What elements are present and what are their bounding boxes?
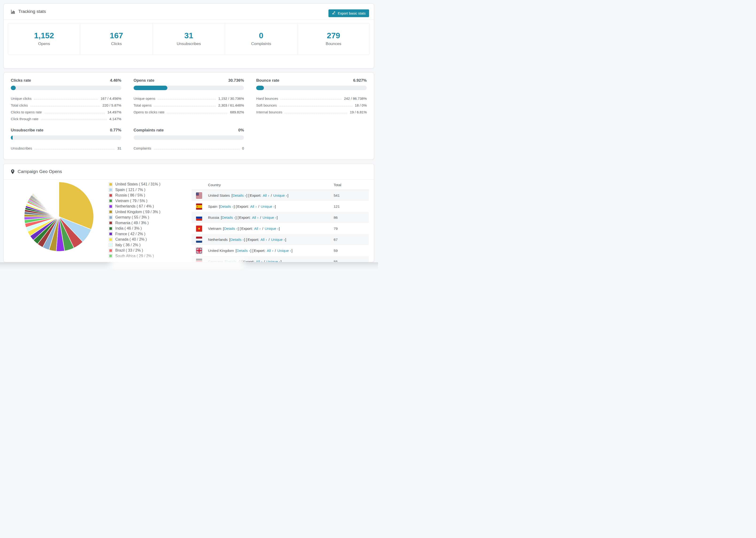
rate-head: Complaints rate0% [134, 128, 244, 133]
chevron-right-icon: › [245, 193, 246, 198]
legend-swatch [109, 215, 113, 219]
chevron-right-icon: › [268, 193, 269, 198]
rate-row-label: Opens to clicks rate [134, 110, 165, 114]
stat-value: 0 [259, 31, 263, 39]
legend-swatch [109, 210, 113, 214]
bracket: ] [291, 248, 292, 253]
dotted-leader [167, 113, 228, 113]
slash-separator: / [271, 193, 272, 198]
rate-progress-fill [134, 86, 168, 90]
chevron-right-icon: › [249, 248, 250, 253]
stat-cell: 0Complaints [225, 23, 297, 54]
details-link[interactable]: Details [233, 193, 243, 198]
summary-stats-box: 1,152Opens167Clicks31Unsubscribes0Compla… [8, 23, 370, 55]
chevron-right-icon: › [259, 227, 261, 231]
export-all-link[interactable]: All [267, 248, 271, 253]
legend-swatch [109, 188, 113, 192]
dotted-leader [30, 106, 100, 106]
total-cell: 55 [334, 260, 369, 262]
total-column-header: Total [334, 183, 369, 187]
bracket: ] [285, 238, 286, 242]
export-unique-link[interactable]: Unique [265, 227, 276, 231]
rate-row: Soft bounces18 / 0% [256, 100, 367, 107]
export-all-link[interactable]: All [261, 238, 265, 242]
chevron-right-icon: › [261, 260, 262, 262]
export-all-link[interactable]: All [256, 260, 260, 262]
chevron-right-icon: › [286, 193, 287, 198]
country-cell: United States[Details›] [Export:All›/Uni… [191, 192, 334, 198]
legend-item: Romania ( 49 / 3% ) [109, 221, 160, 225]
stat-label: Opens [38, 41, 50, 46]
rate-row-value: 19 / 6.81% [350, 110, 367, 114]
bracket: [ [239, 227, 241, 231]
rate-progress-track [256, 86, 367, 90]
details-link[interactable]: Details [220, 204, 231, 209]
export-all-link[interactable]: All [250, 204, 254, 209]
chevron-right-icon: › [257, 215, 258, 220]
rate-panel-clicks-rate: Clicks rate4.46%Unique clicks167 / 4.456… [11, 78, 121, 121]
details-link[interactable]: Details [230, 238, 242, 242]
details-link[interactable]: Details [222, 215, 233, 220]
tracking-stats-header: Tracking stats Export basic stats [4, 4, 374, 20]
rate-panel-opens-rate: Opens rate30.736%Unique opens1,152 / 30.… [134, 78, 244, 121]
total-cell: 79 [334, 227, 369, 231]
stat-cell: 1,152Opens [8, 23, 80, 54]
export-unique-link[interactable]: Unique [277, 248, 289, 253]
flag-us-icon [196, 192, 202, 198]
rate-row-value: 242 / 86.738% [344, 96, 367, 100]
rate-row: Unsubscribes31 [11, 143, 121, 150]
details-link[interactable]: Details [224, 227, 235, 231]
rate-value: 30.736% [228, 78, 244, 83]
rate-row-value: 4.147% [109, 117, 121, 121]
export-all-link[interactable]: All [252, 215, 256, 220]
rate-row-value: 689.82% [230, 110, 244, 114]
stat-value: 279 [327, 31, 340, 39]
export-unique-link[interactable]: Unique [261, 204, 272, 209]
table-row: United Kingdom[Details›] [Export:All›/Un… [191, 245, 369, 256]
legend-label: India ( 46 / 3% ) [115, 226, 142, 231]
chevron-right-icon: › [290, 248, 291, 253]
geo-header: Campaign Geo Opens [4, 164, 374, 180]
export-all-link[interactable]: All [263, 193, 267, 198]
legend-label: United Kingdom ( 59 / 3% ) [115, 210, 160, 214]
flag-es-icon [196, 203, 202, 210]
country-cell: Vietnam[Details›] [Export:All›/Unique›] [191, 226, 334, 232]
legend-item: United States ( 541 / 31% ) [109, 182, 160, 187]
stat-label: Bounces [326, 41, 341, 46]
dotted-leader [285, 113, 348, 113]
details-link[interactable]: Details [237, 248, 248, 253]
table-row: Netherlands[Details›] [Export:All›/Uniqu… [191, 234, 369, 245]
chevron-right-icon: › [284, 238, 285, 242]
slash-separator: / [262, 227, 263, 231]
geo-table-body: United States[Details›] [Export:All›/Uni… [191, 190, 369, 262]
rate-value: 0.77% [110, 128, 121, 133]
bracket: [ [237, 215, 239, 220]
export-basic-stats-button[interactable]: Export basic stats [328, 9, 369, 17]
geo-pie-chart [24, 182, 94, 252]
slash-separator: / [264, 260, 265, 262]
country-name: Spain [208, 204, 217, 209]
rate-panel-complaints-rate: Complaints rate0%Complaints0 [134, 128, 244, 150]
dotted-leader [34, 149, 115, 149]
chevron-right-icon: › [275, 215, 276, 220]
export-unique-link[interactable]: Unique [273, 193, 285, 198]
country-name: United Kingdom [208, 248, 234, 253]
rates-grid: Clicks rate4.46%Unique clicks167 / 4.456… [4, 73, 374, 156]
export-unique-link[interactable]: Unique [271, 238, 283, 242]
legend-label: Netherlands ( 67 / 4% ) [115, 204, 154, 208]
rate-value: 0% [238, 128, 244, 133]
rate-row-value: 0 [242, 146, 244, 150]
rate-progress-track [134, 86, 244, 90]
legend-item: France ( 42 / 2% ) [109, 232, 160, 236]
chevron-right-icon: › [279, 260, 280, 262]
stat-cell: 31Unsubscribes [153, 23, 225, 54]
rate-rows: Hard bounces242 / 86.738%Soft bounces18 … [256, 94, 367, 114]
export-all-link[interactable]: All [254, 227, 258, 231]
export-label: Export: [254, 248, 265, 253]
rate-row: Click through rate4.147% [11, 114, 121, 121]
country-cell: Netherlands[Details›] [Export:All›/Uniqu… [191, 237, 334, 243]
export-unique-link[interactable]: Unique [266, 260, 278, 262]
total-cell: 86 [334, 215, 369, 220]
export-unique-link[interactable]: Unique [262, 215, 274, 220]
rate-row-label: Unique clicks [11, 96, 31, 100]
